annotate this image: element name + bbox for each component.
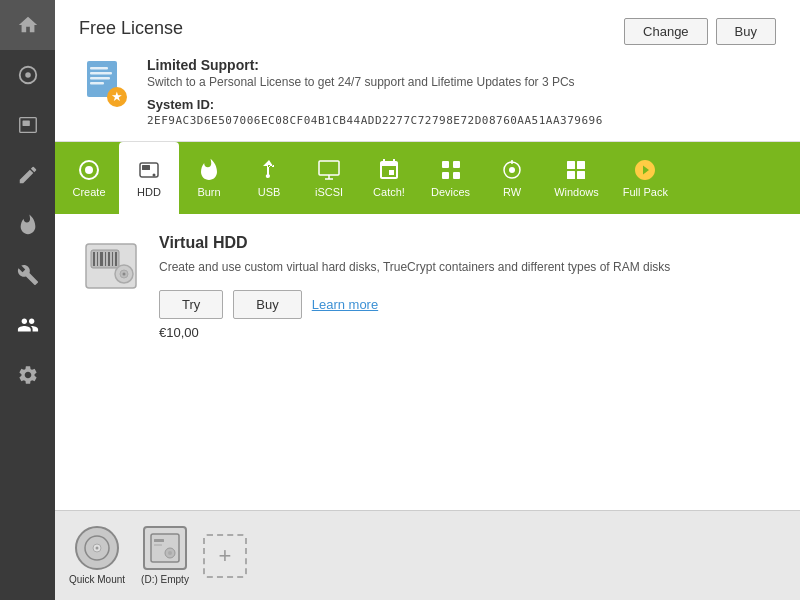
tab-hdd[interactable]: HDD — [119, 142, 179, 214]
tab-iscsi-label: iSCSI — [315, 186, 343, 198]
buy-license-button[interactable]: Buy — [716, 18, 776, 45]
tab-burn[interactable]: Burn — [179, 142, 239, 214]
try-button[interactable]: Try — [159, 290, 223, 319]
product-desc: Create and use custom virtual hard disks… — [159, 258, 776, 276]
product-icon — [79, 234, 143, 298]
product-row: Virtual HDD Create and use custom virtua… — [79, 234, 776, 340]
learn-more-link[interactable]: Learn more — [312, 297, 378, 312]
svg-text:★: ★ — [111, 89, 123, 104]
product-price: €10,00 — [159, 325, 776, 340]
svg-rect-34 — [100, 252, 103, 266]
quick-mount-icon — [75, 526, 119, 570]
svg-rect-27 — [577, 161, 585, 169]
tab-catch-label: Catch! — [373, 186, 405, 198]
system-id-label: System ID: — [147, 97, 776, 112]
svg-rect-3 — [22, 120, 29, 126]
sidebar-item-tool[interactable] — [0, 250, 55, 300]
tab-windows[interactable]: Windows — [542, 142, 611, 214]
tab-create[interactable]: Create — [59, 142, 119, 214]
change-button[interactable]: Change — [624, 18, 708, 45]
svg-rect-29 — [577, 171, 585, 179]
tab-rw[interactable]: RW — [482, 142, 542, 214]
svg-rect-45 — [151, 534, 179, 562]
document-star-icon: ★ — [79, 57, 131, 109]
system-id-value: 2EF9AC3D6E507006EC08CF04B1CB44ADD2277C72… — [147, 114, 776, 127]
d-empty-icon — [143, 526, 187, 570]
sidebar-item-edit[interactable] — [0, 150, 55, 200]
svg-rect-26 — [567, 161, 575, 169]
svg-rect-22 — [453, 172, 460, 179]
product-info: Virtual HDD Create and use custom virtua… — [159, 234, 776, 340]
sidebar — [0, 0, 55, 600]
tab-catch[interactable]: Catch! — [359, 142, 419, 214]
license-text: Limited Support: Switch to a Personal Li… — [147, 57, 776, 127]
main-content: Free License Change Buy ★ — [55, 0, 800, 600]
svg-rect-19 — [442, 161, 449, 168]
d-empty-drive[interactable]: (D:) Empty — [135, 526, 195, 585]
tab-hdd-label: HDD — [137, 186, 161, 198]
tab-iscsi[interactable]: iSCSI — [299, 142, 359, 214]
sidebar-item-contacts[interactable] — [0, 300, 55, 350]
content-area: Virtual HDD Create and use custom virtua… — [55, 214, 800, 510]
svg-point-44 — [96, 547, 99, 550]
tab-fullpack[interactable]: Full Pack — [611, 142, 680, 214]
svg-rect-33 — [97, 252, 98, 266]
svg-rect-6 — [90, 72, 112, 75]
license-info: ★ Limited Support: Switch to a Personal … — [79, 57, 776, 127]
license-buttons: Change Buy — [624, 18, 776, 45]
tab-burn-label: Burn — [197, 186, 220, 198]
svg-rect-35 — [105, 252, 106, 266]
tab-rw-label: RW — [503, 186, 521, 198]
svg-rect-21 — [442, 172, 449, 179]
svg-rect-32 — [93, 252, 95, 266]
buy-product-button[interactable]: Buy — [233, 290, 301, 319]
tab-usb-label: USB — [258, 186, 281, 198]
svg-rect-14 — [142, 165, 150, 170]
cd-icon — [82, 533, 112, 563]
svg-point-41 — [123, 273, 126, 276]
limited-support-title: Limited Support: — [147, 57, 776, 73]
bottom-bar: Quick Mount (D:) Empty + — [55, 510, 800, 600]
product-title: Virtual HDD — [159, 234, 776, 252]
tab-create-label: Create — [72, 186, 105, 198]
tab-usb[interactable]: USB — [239, 142, 299, 214]
svg-rect-28 — [567, 171, 575, 179]
hdd-small-icon — [148, 531, 182, 565]
tab-devices[interactable]: Devices — [419, 142, 482, 214]
svg-rect-7 — [90, 77, 110, 80]
add-drive-icon: + — [219, 543, 232, 569]
sidebar-item-disk[interactable] — [0, 100, 55, 150]
svg-point-24 — [509, 167, 515, 173]
svg-rect-48 — [154, 539, 164, 542]
svg-rect-37 — [112, 252, 113, 266]
sidebar-item-circle[interactable] — [0, 50, 55, 100]
svg-point-15 — [153, 174, 156, 177]
tab-windows-label: Windows — [554, 186, 599, 198]
license-header: Free License Change Buy — [79, 18, 776, 45]
tab-fullpack-label: Full Pack — [623, 186, 668, 198]
sidebar-item-fire[interactable] — [0, 200, 55, 250]
tabs-bar: Create HDD Burn USB iSCSI Catch! — [55, 142, 800, 214]
svg-rect-36 — [108, 252, 110, 266]
sidebar-item-home[interactable] — [0, 0, 55, 50]
license-title: Free License — [79, 18, 183, 39]
svg-rect-49 — [154, 544, 162, 546]
quick-mount-drive[interactable]: Quick Mount — [67, 526, 127, 585]
product-actions: Try Buy Learn more — [159, 290, 776, 319]
svg-rect-8 — [90, 82, 104, 85]
svg-point-47 — [168, 551, 172, 555]
license-section: Free License Change Buy ★ — [55, 0, 800, 142]
license-icon: ★ — [79, 57, 131, 109]
limited-support-desc: Switch to a Personal License to get 24/7… — [147, 75, 776, 89]
svg-rect-5 — [90, 67, 108, 70]
sidebar-item-gear[interactable] — [0, 350, 55, 400]
svg-rect-20 — [453, 161, 460, 168]
d-empty-label: (D:) Empty — [141, 574, 189, 585]
svg-point-1 — [25, 72, 31, 78]
svg-rect-16 — [319, 161, 339, 175]
hdd-product-svg — [81, 236, 141, 296]
svg-point-12 — [85, 166, 93, 174]
tab-devices-label: Devices — [431, 186, 470, 198]
add-drive-button[interactable]: + — [203, 534, 247, 578]
quick-mount-label: Quick Mount — [69, 574, 125, 585]
